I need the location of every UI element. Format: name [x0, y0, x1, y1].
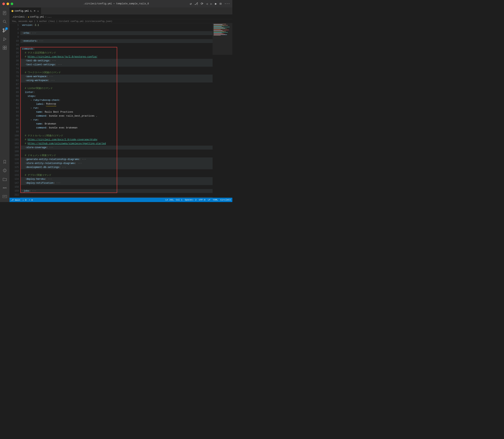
breadcrumb-more[interactable]: ...: [47, 16, 52, 18]
code-line-36: # テスト設定関連のコマンド: [20, 51, 213, 55]
code-line-88: # Linter関連のコマンド: [20, 86, 213, 90]
timeline-icon[interactable]: ↺: [190, 2, 192, 6]
status-formatter[interactable]: CircleCI: [220, 199, 231, 201]
more-icon[interactable]: ···: [224, 2, 230, 6]
breadcrumb-filename[interactable]: config.yml: [30, 16, 44, 18]
tab-close-button[interactable]: ✕: [37, 10, 39, 13]
branch-icon[interactable]: ⎇: [194, 2, 198, 6]
line-num-9: 9: [10, 35, 19, 39]
split-icon[interactable]: ⊟: [220, 2, 222, 6]
line-num-98: 98: [10, 126, 19, 130]
code-line-120: ›store-entity-relationship-diagrams: ···: [20, 161, 213, 165]
status-errors[interactable]: ⚠ 0: [23, 199, 26, 201]
line-num-74: 74: [10, 67, 19, 71]
sync-icon[interactable]: ⟳: [201, 2, 203, 6]
line-num-158: 158: [10, 185, 19, 189]
line-num-91: 91: [10, 98, 19, 102]
line-num-87: 87: [10, 83, 19, 86]
sidebar-item-folder[interactable]: [1, 175, 9, 183]
code-line-98: command: bundle exec brakeman: [20, 126, 213, 130]
code-line-108: [20, 149, 213, 154]
code-line-94: name: Rails Best Practices: [20, 110, 213, 114]
code-line-99: [20, 130, 213, 134]
traffic-lights: [2, 2, 13, 5]
sidebar-item-search[interactable]: [1, 18, 9, 26]
minimap: [213, 23, 232, 198]
code-line-35: commands:: [20, 47, 213, 51]
line-num-1: 1: [10, 23, 19, 27]
status-language[interactable]: YAML: [213, 199, 218, 201]
sidebar-item-explorer[interactable]: [1, 9, 9, 17]
git-blame-text: You, seconds ago | 1 author (You) | Circ…: [12, 20, 112, 23]
code-line-91: - ruby/rubocop-check:: [20, 98, 213, 102]
code-line-37: # https://circleci.com/docs/ja/2.0/postg…: [20, 55, 213, 59]
line-num-36: 36: [10, 51, 19, 55]
line-num-37: 37: [10, 55, 19, 59]
line-num-45: 45: [10, 63, 19, 67]
titlebar-actions: ↺ ⎇ ⟳ ◁ ▷ ▶ ⊟ ···: [190, 2, 230, 6]
fullscreen-button[interactable]: [11, 2, 13, 5]
line-num-35: 35: [10, 47, 19, 51]
diff-icon[interactable]: ◁: [206, 2, 208, 6]
sidebar-item-aws[interactable]: aws: [1, 184, 9, 192]
svg-rect-12: [5, 46, 7, 48]
line-num-103: 103: [10, 146, 19, 149]
titlebar: .circleci/config.yml — template_sample_r…: [0, 0, 232, 8]
line-num-120: 120: [10, 161, 19, 165]
code-line-93: - run:: [20, 106, 213, 110]
svg-point-8: [3, 31, 4, 32]
breadcrumb-circleci[interactable]: .circleci: [12, 16, 25, 18]
line-num-95: 95: [10, 114, 19, 118]
svg-rect-11: [3, 46, 5, 48]
code-line-134: ›deploy-heroku: ···: [20, 177, 213, 181]
sidebar-item-source-control[interactable]: 1: [1, 26, 9, 34]
code-line-82: ›using-workspace: ···: [20, 79, 213, 83]
sidebar-item-run[interactable]: [1, 35, 9, 43]
code-line-100: # テストカバレッジ関連のコマンド: [20, 134, 213, 138]
code-line-45: ›test-client-settings: ···: [20, 63, 213, 67]
code-line-2: [20, 27, 213, 31]
sidebar-item-deploy[interactable]: [1, 167, 9, 174]
code-line-211: [20, 193, 213, 197]
sidebar-item-extensions[interactable]: [1, 44, 9, 52]
code-line-110: ›generate-entity-relationship-diagrams: …: [20, 158, 213, 161]
svg-rect-13: [3, 48, 5, 49]
code-line-158: [20, 185, 213, 189]
run-icon[interactable]: ▶: [215, 2, 217, 6]
code-line-101: # https://circleci.com/docs/2.0/code-cov…: [20, 138, 213, 142]
window-title: .circleci/config.yml — template_sample_r…: [83, 2, 149, 5]
code-area[interactable]: version: 2.1 ›orbs: ··· ›executors: ···: [20, 23, 213, 198]
code-line-159: ›jobs: ···: [20, 189, 213, 193]
code-line-96: - run:: [20, 118, 213, 122]
code-line-95: command: bundle exec rails_best_practice…: [20, 114, 213, 118]
sidebar-item-api[interactable]: API: [1, 193, 9, 200]
code-line-133: # デプロイ関連コマンド: [20, 173, 213, 177]
status-warnings[interactable]: ⚡ 0: [29, 199, 33, 201]
main-layout: 1: [0, 8, 232, 202]
line-num-134: 134: [10, 177, 19, 181]
editor-content[interactable]: 1 2 3 9 10 34 35 36 37 38 45 74 75 76 82…: [10, 23, 232, 198]
line-num-211: 211: [10, 193, 19, 197]
svg-rect-0: [3, 11, 6, 15]
minimize-button[interactable]: [7, 2, 9, 5]
status-eol[interactable]: LF: [208, 199, 210, 201]
forward-icon[interactable]: ▷: [210, 2, 212, 6]
status-cursor[interactable]: Ln 262, Col 1: [165, 199, 182, 201]
line-num-75: 75: [10, 71, 19, 74]
code-line-132: [20, 169, 213, 173]
status-git[interactable]: ⎇ main: [11, 199, 20, 201]
breadcrumb-file-icon: ◆: [28, 16, 29, 18]
tab-config-yml[interactable]: config.yml 3, M ✕: [10, 8, 41, 14]
code-line-90: steps:: [20, 94, 213, 98]
status-spaces[interactable]: Spaces: 2: [185, 199, 196, 201]
status-encoding[interactable]: UTF-8: [199, 199, 206, 201]
line-num-38: 38: [10, 59, 19, 63]
line-num-133: 133: [10, 173, 19, 177]
code-line-109: # ドキュメント関連コマンド: [20, 154, 213, 158]
code-line-9: [20, 35, 213, 39]
line-num-99: 99: [10, 130, 19, 134]
sidebar-item-bookmarks[interactable]: [1, 158, 9, 166]
close-button[interactable]: [2, 2, 5, 5]
code-line-212: ›workflows: ···: [20, 197, 213, 198]
line-num-147: 147: [10, 181, 19, 185]
